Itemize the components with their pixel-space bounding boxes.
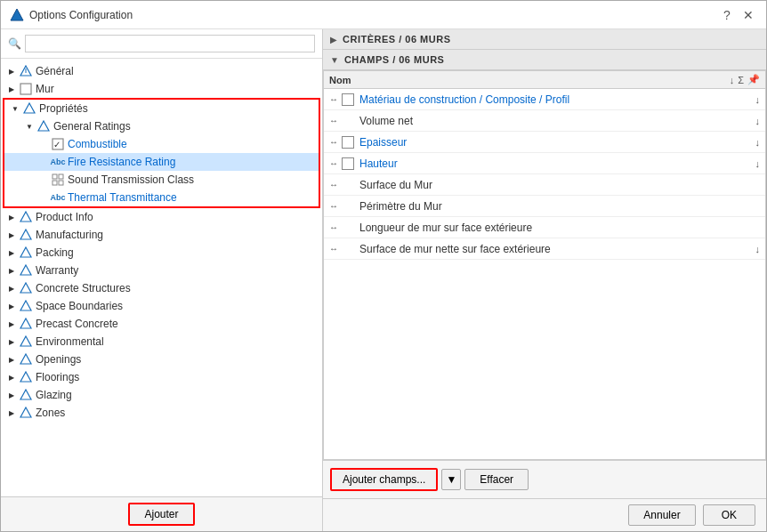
expand-concrete[interactable]: [4, 281, 19, 295]
tree-label-mur: Mur: [36, 83, 54, 95]
tree-label-proprietes: Propriétés: [39, 102, 88, 115]
tree-item-concrete-structures[interactable]: Concrete Structures: [1, 279, 322, 297]
add-button[interactable]: Ajouter: [128, 503, 194, 526]
checkbox-icon-mur: [19, 82, 33, 96]
svg-marker-18: [20, 318, 31, 328]
expand-glazing[interactable]: [4, 388, 19, 402]
help-button[interactable]: ?: [718, 6, 736, 24]
expand-space[interactable]: [4, 299, 19, 313]
tree-item-product-info[interactable]: Product Info: [1, 208, 322, 226]
close-button[interactable]: ✕: [739, 6, 757, 24]
expand-openings[interactable]: [4, 352, 19, 367]
expand-general-ratings[interactable]: [22, 119, 36, 133]
table-row[interactable]: ↔ Périmètre du Mur: [324, 196, 765, 217]
tree-item-openings[interactable]: Openings: [1, 351, 322, 368]
tree-item-environmental[interactable]: Environmental: [1, 333, 322, 351]
tree-item-packing[interactable]: Packing: [1, 244, 322, 262]
svg-marker-17: [20, 301, 31, 310]
expand-arrow-criteres: ▶: [330, 35, 337, 44]
wrench-icon-general: [19, 64, 33, 78]
table-row[interactable]: ↔ Hauteur ↓: [324, 153, 765, 174]
abc-icon-thermal: Abc: [51, 190, 65, 205]
tree-item-thermal[interactable]: Abc Thermal Transmittance: [4, 189, 319, 206]
tree-label-precast-concrete: Precast Concrete: [36, 318, 118, 330]
tree-item-precast-concrete[interactable]: Precast Concrete: [1, 315, 322, 333]
row-checkbox-3[interactable]: [342, 136, 354, 149]
table-row[interactable]: ↔ Surface de mur nette sur face extérieu…: [324, 238, 765, 260]
ajouter-champs-button[interactable]: Ajouter champs...: [330, 468, 438, 491]
search-icon: 🔍: [8, 37, 21, 50]
header-nom: Nom: [329, 75, 730, 85]
wrench-icon-concrete: [19, 281, 33, 295]
table-header: Nom ↓ Σ 📌: [324, 71, 765, 89]
sum-icon: Σ: [738, 75, 744, 85]
row-arrow-7: ↔: [329, 222, 338, 232]
tree-item-fire-resistance[interactable]: Abc Fire Resistance Rating: [4, 153, 319, 171]
tree-item-space-boundaries[interactable]: Space Boundaries: [1, 297, 322, 315]
expand-floorings[interactable]: [4, 370, 19, 384]
expand-packing[interactable]: [4, 246, 19, 260]
table-row[interactable]: ↔ Matériau de construction / Composite /…: [324, 89, 765, 110]
tree-item-floorings[interactable]: Floorings: [1, 368, 322, 386]
row-checkbox-1[interactable]: [342, 93, 354, 106]
expand-mur[interactable]: [4, 82, 19, 96]
row-arrow-5: ↔: [329, 180, 338, 189]
search-input[interactable]: [25, 35, 315, 52]
tree-label-fire-resistance: Fire Resistance Rating: [68, 156, 175, 168]
tree-item-mur[interactable]: Mur: [1, 80, 322, 98]
wrench-icon-openings: [19, 352, 33, 367]
row-sort-4: ↓: [755, 158, 761, 169]
table-row[interactable]: ↔ Epaisseur ↓: [324, 132, 765, 153]
tree-item-manufacturing[interactable]: Manufacturing: [1, 226, 322, 244]
expand-manufacturing[interactable]: [4, 228, 19, 242]
row-label-8: Surface de mur nette sur face extérieure: [359, 243, 755, 255]
app-icon: [10, 8, 24, 22]
table-row[interactable]: ↔ Surface du Mur: [324, 174, 765, 196]
expand-general[interactable]: [4, 64, 19, 78]
tree-item-warranty[interactable]: Warranty: [1, 262, 322, 279]
svg-marker-16: [20, 283, 31, 293]
tree-label-general: Général: [36, 65, 74, 77]
tree-item-general-ratings[interactable]: General Ratings: [4, 117, 319, 135]
svg-marker-13: [20, 230, 31, 239]
expand-proprietes[interactable]: [8, 101, 22, 116]
effacer-button[interactable]: Effacer: [464, 469, 529, 490]
left-panel-bottom: Ajouter: [1, 496, 322, 531]
expand-combustible: [36, 137, 51, 151]
tree-item-zones[interactable]: Zones: [1, 404, 322, 422]
expand-product-info[interactable]: [4, 210, 19, 224]
svg-marker-15: [20, 265, 31, 275]
tree-item-general[interactable]: Général: [1, 62, 322, 80]
tree-label-product-info: Product Info: [36, 211, 93, 223]
row-arrow-8: ↔: [329, 244, 338, 254]
svg-marker-12: [20, 212, 31, 222]
row-label-5: Surface du Mur: [359, 179, 760, 191]
expand-warranty[interactable]: [4, 263, 19, 278]
ok-button[interactable]: OK: [703, 504, 755, 526]
row-checkbox-4[interactable]: [342, 157, 354, 170]
expand-zones[interactable]: [4, 406, 19, 420]
left-panel: 🔍 Général Mur: [1, 29, 323, 531]
tree-label-combustible: Combustible: [68, 138, 127, 150]
dropdown-button[interactable]: ▼: [441, 469, 461, 490]
section-criteres[interactable]: ▶ CRITÈRES / 06 MURS: [323, 29, 766, 50]
search-bar: 🔍: [1, 29, 322, 59]
content-area: 🔍 Général Mur: [1, 29, 766, 531]
annuler-button[interactable]: Annuler: [628, 504, 695, 526]
table-row[interactable]: ↔ Volume net ↓: [324, 110, 765, 132]
section-champs[interactable]: ▼ CHAMPS / 06 MURS: [323, 50, 766, 70]
wrench-icon-proprietes: [22, 101, 36, 116]
table-row[interactable]: ↔ Longueur de mur sur face extérieure: [324, 217, 765, 238]
expand-environmental[interactable]: [4, 335, 19, 349]
svg-marker-21: [20, 372, 31, 382]
tree-label-sound-transmission: Sound Transmission Class: [68, 173, 194, 186]
tree-item-glazing[interactable]: Glazing: [1, 386, 322, 404]
wrench-icon-floorings: [19, 370, 33, 384]
tree-label-space-boundaries: Space Boundaries: [36, 300, 123, 312]
tree-item-sound-transmission[interactable]: Sound Transmission Class: [4, 171, 319, 189]
expand-precast[interactable]: [4, 317, 19, 331]
tree-item-proprietes[interactable]: Propriétés: [4, 100, 319, 117]
tree-label-thermal: Thermal Transmittance: [68, 191, 177, 204]
tree-item-combustible[interactable]: ✓ Combustible: [4, 135, 319, 153]
title-bar-left: Options Configuration: [10, 8, 133, 22]
